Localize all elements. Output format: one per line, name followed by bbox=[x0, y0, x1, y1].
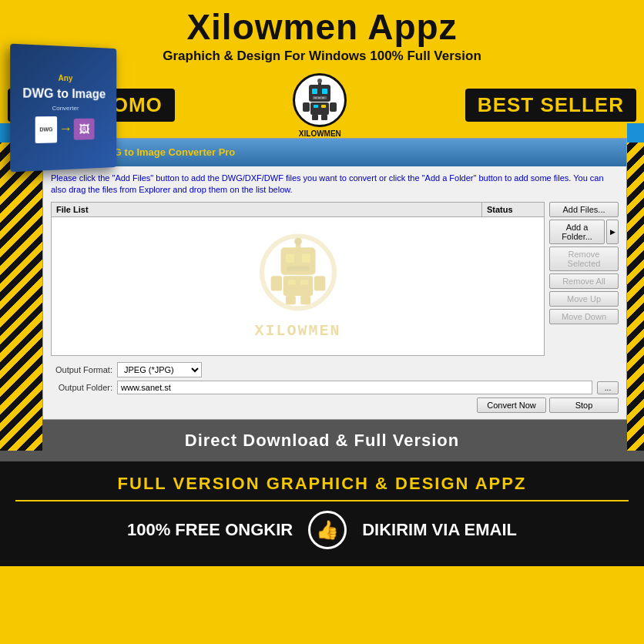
file-list-col-name: File List bbox=[52, 203, 482, 216]
add-files-button[interactable]: Add Files... bbox=[549, 202, 619, 217]
output-format-select[interactable]: JPEG (*JPG) bbox=[117, 362, 202, 377]
svg-rect-13 bbox=[330, 102, 337, 112]
svg-point-2 bbox=[317, 79, 322, 83]
browse-button[interactable]: ... bbox=[597, 381, 619, 394]
instruction-static2: " button to bbox=[150, 173, 191, 183]
convert-arrow-icon: → bbox=[59, 121, 72, 137]
svg-rect-12 bbox=[303, 102, 310, 112]
img-icon: 🖼 bbox=[74, 118, 95, 139]
ongkir-text: 100% FREE ONGKIR bbox=[127, 520, 293, 540]
watermark-circle bbox=[260, 234, 337, 311]
product-box-any: Any bbox=[59, 73, 73, 83]
file-list-header: File List Status bbox=[52, 203, 544, 217]
full-version-text: FULL VERSION GRAPHICH & DESIGN APPZ bbox=[15, 474, 629, 494]
output-format-label: Output Format: bbox=[51, 365, 112, 374]
move-down-button[interactable]: Move Down bbox=[549, 309, 619, 324]
instruction-add: add the bbox=[191, 173, 220, 183]
thumbs-up-icon: 👍 bbox=[316, 519, 339, 541]
add-folder-button[interactable]: Add a Folder... bbox=[549, 220, 605, 244]
add-folder-arrow[interactable]: ▶ bbox=[606, 220, 619, 244]
product-box-container: Any DWG to Image Converter DWG → 🖼 bbox=[12, 46, 119, 169]
svg-rect-4 bbox=[322, 89, 327, 94]
svg-rect-9 bbox=[310, 102, 329, 115]
svg-rect-8 bbox=[322, 97, 324, 99]
svg-rect-15 bbox=[321, 115, 327, 120]
bottom-black: FULL VERSION GRAPHICH & DESIGN APPZ 100%… bbox=[0, 461, 644, 566]
main-container: Xilowmen Appz Graphich & Design For Wind… bbox=[0, 0, 644, 644]
free-ongkir-bar: 100% FREE ONGKIR 👍 DIKIRIM VIA EMAIL bbox=[15, 500, 629, 558]
logo-circle bbox=[293, 73, 347, 127]
stop-button[interactable]: Stop bbox=[549, 397, 619, 413]
watermark-robot-container bbox=[252, 226, 344, 319]
output-format-row: Output Format: JPEG (*JPG) bbox=[51, 362, 619, 377]
buttons-panel: Add Files... Add a Folder... ▶ Remove Se… bbox=[549, 202, 619, 356]
svg-rect-11 bbox=[321, 105, 326, 108]
svg-rect-6 bbox=[314, 97, 317, 99]
svg-rect-14 bbox=[312, 115, 318, 120]
content-column: DWG Any DWG to Image Converter Pro Pleas… bbox=[42, 138, 627, 421]
main-content-area: DWG Any DWG to Image Converter Pro Pleas… bbox=[0, 138, 644, 421]
svg-rect-7 bbox=[318, 97, 320, 99]
file-list-col-status: Status bbox=[482, 203, 544, 216]
add-folder-row: Add a Folder... ▶ bbox=[549, 220, 619, 244]
stripe-left bbox=[0, 143, 42, 451]
dwg-doc-icon: DWG bbox=[35, 116, 57, 143]
watermark-overlay: XILOWMEN bbox=[252, 226, 344, 340]
logo-icon bbox=[298, 79, 341, 122]
instruction-static1: Please click the " bbox=[51, 173, 115, 183]
svg-rect-10 bbox=[314, 105, 318, 108]
dwg-icon-group: DWG → 🖼 bbox=[35, 116, 95, 143]
thumbs-up-circle: 👍 bbox=[308, 511, 347, 549]
instruction-text: Please click the "Add Files" button to a… bbox=[51, 173, 619, 196]
download-text: Direct Download & Full Version bbox=[185, 431, 459, 450]
file-list-container: File List Status bbox=[51, 202, 545, 356]
best-seller-badge: BEST SELLER bbox=[465, 89, 636, 122]
move-up-button[interactable]: Move Up bbox=[549, 291, 619, 307]
app-title: Xilowmen Appz bbox=[15, 8, 629, 47]
app-body: Please click the "Add Files" button to a… bbox=[43, 166, 626, 420]
app-window: DWG Any DWG to Image Converter Pro Pleas… bbox=[42, 138, 627, 421]
instruction-add-files: Add Files bbox=[115, 173, 150, 183]
output-folder-row: Output Folder: ... bbox=[51, 381, 619, 394]
svg-rect-3 bbox=[312, 89, 317, 94]
convert-now-button[interactable]: Convert Now bbox=[477, 397, 546, 413]
center-logo: XILOWMEN bbox=[293, 73, 347, 138]
remove-selected-button[interactable]: Remove Selected bbox=[549, 247, 619, 271]
logo-text: XILOWMEN bbox=[299, 129, 341, 138]
app-titlebar: DWG Any DWG to Image Converter Pro bbox=[43, 139, 626, 166]
product-box: Any DWG to Image Converter DWG → 🖼 bbox=[10, 44, 116, 173]
output-folder-input[interactable] bbox=[117, 381, 592, 394]
download-bar: Direct Download & Full Version bbox=[0, 420, 644, 461]
stripe-right bbox=[627, 143, 644, 451]
product-box-main: DWG to Image bbox=[22, 86, 106, 102]
remove-all-button[interactable]: Remove All bbox=[549, 273, 619, 289]
output-folder-label: Output Folder: bbox=[51, 383, 112, 392]
file-list-body[interactable]: XILOWMEN bbox=[52, 217, 544, 348]
product-box-sub: Converter bbox=[52, 105, 79, 112]
watermark-text: XILOWMEN bbox=[254, 322, 340, 340]
convert-row: Convert Now Stop bbox=[51, 397, 619, 413]
file-area: File List Status bbox=[51, 202, 619, 356]
dikirim-text: DIKIRIM VIA EMAIL bbox=[362, 520, 517, 540]
